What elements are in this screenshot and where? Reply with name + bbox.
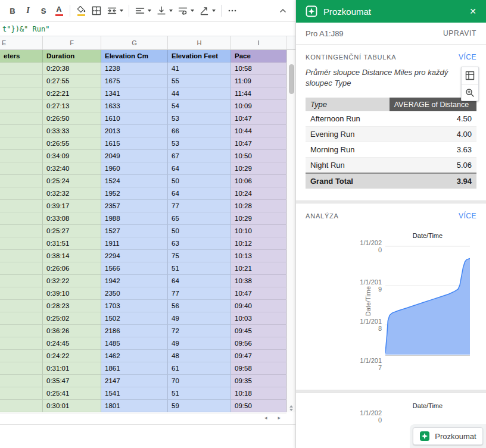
cell-g[interactable]: 2186: [101, 325, 168, 337]
cell-e[interactable]: [0, 262, 43, 275]
cell-header-g[interactable]: Elevation Cm: [101, 50, 168, 62]
cell-g[interactable]: 1610: [101, 112, 168, 125]
cell-e[interactable]: [0, 162, 43, 175]
cell-f[interactable]: 0:32:40: [43, 162, 101, 175]
cell-g[interactable]: 2357: [101, 200, 168, 212]
formula-bar[interactable]: t"})&" Run": [0, 21, 295, 36]
cell-i[interactable]: 10:28: [231, 200, 286, 212]
cell-g[interactable]: 2049: [101, 150, 168, 162]
cell-f[interactable]: 0:24:45: [43, 337, 101, 350]
cell-e[interactable]: [0, 87, 43, 100]
cell-header-e[interactable]: eters: [0, 50, 43, 62]
cell-e[interactable]: [0, 387, 43, 400]
cell-g[interactable]: 2350: [101, 287, 168, 300]
cell-e[interactable]: [0, 75, 43, 87]
cell-h[interactable]: 64: [168, 162, 231, 175]
cell-e[interactable]: [0, 275, 43, 287]
cell-f[interactable]: 0:39:17: [43, 200, 101, 212]
cell-i[interactable]: 10:47: [231, 112, 286, 125]
cell-g[interactable]: 1527: [101, 225, 168, 237]
cell-e[interactable]: [0, 350, 43, 362]
cell-g[interactable]: 1485: [101, 337, 168, 350]
cell-h[interactable]: 48: [168, 350, 231, 362]
cell-h[interactable]: 77: [168, 200, 231, 212]
italic-button[interactable]: I: [20, 3, 36, 18]
cell-h[interactable]: 53: [168, 137, 231, 150]
cell-h[interactable]: 67: [168, 150, 231, 162]
borders-button[interactable]: [89, 3, 104, 18]
vertical-align-button[interactable]: [154, 3, 175, 18]
cell-e[interactable]: [0, 325, 43, 337]
cell-h[interactable]: 51: [168, 262, 231, 275]
cell-i[interactable]: 10:24: [231, 187, 286, 200]
cell-g[interactable]: 1942: [101, 275, 168, 287]
cell-f[interactable]: 0:25:02: [43, 312, 101, 325]
cell-e[interactable]: [0, 112, 43, 125]
cell-g[interactable]: 1633: [101, 100, 168, 112]
cell-e[interactable]: [0, 200, 43, 212]
cell-i[interactable]: 10:47: [231, 287, 286, 300]
cell-i[interactable]: 09:47: [231, 350, 286, 362]
cell-f[interactable]: 0:33:33: [43, 125, 101, 137]
cell-f[interactable]: 0:25:24: [43, 175, 101, 187]
cell-h[interactable]: 56: [168, 300, 231, 312]
cell-e[interactable]: [0, 312, 43, 325]
column-header-g[interactable]: G: [101, 36, 168, 49]
zoom-preview-button[interactable]: [462, 84, 478, 101]
cell-f[interactable]: 0:25:41: [43, 387, 101, 400]
cell-e[interactable]: [0, 62, 43, 75]
cell-header-h[interactable]: Elevation Feet: [168, 50, 231, 62]
cell-h[interactable]: 53: [168, 112, 231, 125]
cell-h[interactable]: 75: [168, 250, 231, 262]
bold-button[interactable]: B: [5, 3, 20, 18]
close-icon[interactable]: ✕: [469, 7, 476, 16]
cell-e[interactable]: [0, 175, 43, 187]
cell-h[interactable]: 65: [168, 212, 231, 225]
cell-i[interactable]: 10:10: [231, 225, 286, 237]
cell-g[interactable]: 1524: [101, 175, 168, 187]
cell-g[interactable]: 1861: [101, 362, 168, 375]
cell-h[interactable]: 63: [168, 237, 231, 250]
cell-h[interactable]: 64: [168, 275, 231, 287]
cell-f[interactable]: 0:28:23: [43, 300, 101, 312]
text-color-button[interactable]: A: [51, 3, 67, 18]
cell-i[interactable]: 11:44: [231, 87, 286, 100]
vertical-scrollbar-thumb[interactable]: [289, 64, 294, 94]
cell-h[interactable]: 51: [168, 387, 231, 400]
cell-h[interactable]: 64: [168, 187, 231, 200]
cell-h[interactable]: 49: [168, 312, 231, 325]
cell-e[interactable]: [0, 125, 43, 137]
cell-h[interactable]: 41: [168, 62, 231, 75]
cell-g[interactable]: 1801: [101, 400, 168, 412]
cell-i[interactable]: 10:47: [231, 137, 286, 150]
cell-g[interactable]: 1960: [101, 162, 168, 175]
cell-i[interactable]: 09:58: [231, 362, 286, 375]
cell-h[interactable]: 77: [168, 287, 231, 300]
cell-f[interactable]: 0:27:55: [43, 75, 101, 87]
cell-i[interactable]: 10:18: [231, 387, 286, 400]
cell-i[interactable]: 10:50: [231, 150, 286, 162]
cell-g[interactable]: 2294: [101, 250, 168, 262]
cell-h[interactable]: 70: [168, 375, 231, 387]
cell-g[interactable]: 1566: [101, 262, 168, 275]
cell-h[interactable]: 44: [168, 87, 231, 100]
cell-f[interactable]: 0:22:21: [43, 87, 101, 100]
cell-f[interactable]: 0:32:32: [43, 187, 101, 200]
cell-e[interactable]: [0, 237, 43, 250]
cell-f[interactable]: 0:24:22: [43, 350, 101, 362]
edit-button[interactable]: UPRAVIT: [443, 29, 476, 37]
cell-f[interactable]: 0:31:51: [43, 237, 101, 250]
cell-g[interactable]: 1341: [101, 87, 168, 100]
explore-button[interactable]: Prozkoumat: [413, 427, 482, 445]
cell-g[interactable]: 1615: [101, 137, 168, 150]
insert-pivot-button[interactable]: [462, 67, 478, 84]
scroll-left-button[interactable]: ◂: [264, 415, 267, 421]
cell-f[interactable]: 0:35:47: [43, 375, 101, 387]
cell-f[interactable]: 0:27:13: [43, 100, 101, 112]
vertical-scrollbar[interactable]: [286, 50, 295, 412]
cell-e[interactable]: [0, 212, 43, 225]
cell-g[interactable]: 1462: [101, 350, 168, 362]
column-header-e[interactable]: E: [0, 36, 43, 49]
cell-f[interactable]: 0:26:55: [43, 137, 101, 150]
cell-i[interactable]: 10:44: [231, 125, 286, 137]
